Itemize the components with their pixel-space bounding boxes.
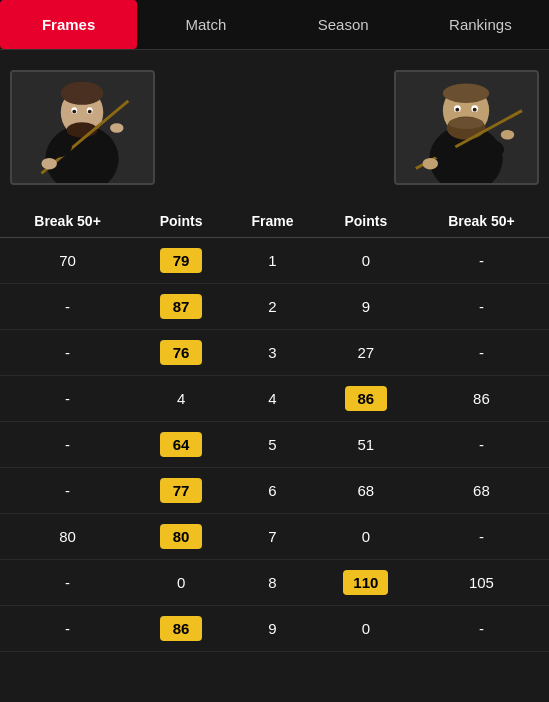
table-row: -64551-: [0, 422, 549, 468]
left-break-cell: -: [0, 606, 135, 652]
left-points-highlight: 79: [160, 248, 202, 273]
table-row: -76327-: [0, 330, 549, 376]
left-points-highlight: 80: [160, 524, 202, 549]
right-points-cell: 0: [318, 238, 414, 284]
svg-point-23: [449, 117, 484, 129]
svg-point-27: [423, 158, 438, 170]
right-points-cell: 9: [318, 284, 414, 330]
frame-number-cell: 1: [227, 238, 318, 284]
right-break-cell: 86: [414, 376, 549, 422]
right-break-cell: -: [414, 284, 549, 330]
col-right-break: Break 50+: [414, 205, 549, 238]
player-right-avatar: [394, 70, 539, 185]
right-points-cell: 110: [318, 560, 414, 606]
left-break-cell: -: [0, 422, 135, 468]
frame-number-cell: 2: [227, 284, 318, 330]
left-break-cell: -: [0, 284, 135, 330]
frame-number-cell: 4: [227, 376, 318, 422]
right-points-cell: 0: [318, 514, 414, 560]
left-points-highlight: 86: [160, 616, 202, 641]
col-right-points: Points: [318, 205, 414, 238]
right-points-highlight: 86: [345, 386, 387, 411]
left-points-cell: 77: [135, 468, 227, 514]
svg-point-13: [110, 123, 124, 133]
stats-table: Break 50+ Points Frame Points Break 50+ …: [0, 205, 549, 652]
right-break-cell: 68: [414, 468, 549, 514]
svg-point-20: [455, 108, 459, 112]
col-left-break: Break 50+: [0, 205, 135, 238]
left-points-cell: 79: [135, 238, 227, 284]
tab-match[interactable]: Match: [137, 0, 274, 49]
frame-number-cell: 6: [227, 468, 318, 514]
tab-rankings[interactable]: Rankings: [412, 0, 549, 49]
svg-point-3: [61, 82, 103, 105]
table-row: 808070-: [0, 514, 549, 560]
right-points-cell: 0: [318, 606, 414, 652]
svg-point-17: [443, 84, 489, 103]
left-break-cell: -: [0, 560, 135, 606]
nav-tabs: Frames Match Season Rankings: [0, 0, 549, 50]
left-points-cell: 87: [135, 284, 227, 330]
right-points-cell: 51: [318, 422, 414, 468]
left-points-cell: 64: [135, 422, 227, 468]
svg-point-12: [41, 158, 56, 170]
table-row: -448686: [0, 376, 549, 422]
left-points-highlight: 87: [160, 294, 202, 319]
right-break-cell: -: [414, 606, 549, 652]
table-row: 707910-: [0, 238, 549, 284]
left-points-cell: 80: [135, 514, 227, 560]
right-break-cell: -: [414, 422, 549, 468]
tab-season[interactable]: Season: [275, 0, 412, 49]
players-section: [0, 50, 549, 195]
left-break-cell: -: [0, 468, 135, 514]
right-points-cell: 68: [318, 468, 414, 514]
tab-frames[interactable]: Frames: [0, 0, 137, 49]
svg-point-28: [501, 130, 515, 140]
frame-number-cell: 5: [227, 422, 318, 468]
right-break-cell: 105: [414, 560, 549, 606]
left-break-cell: 70: [0, 238, 135, 284]
left-break-cell: -: [0, 330, 135, 376]
col-frame: Frame: [227, 205, 318, 238]
table-row: -08110105: [0, 560, 549, 606]
frame-number-cell: 7: [227, 514, 318, 560]
right-break-cell: -: [414, 514, 549, 560]
right-points-cell: 86: [318, 376, 414, 422]
frame-number-cell: 8: [227, 560, 318, 606]
right-points-cell: 27: [318, 330, 414, 376]
left-points-highlight: 76: [160, 340, 202, 365]
svg-point-6: [72, 110, 76, 114]
left-points-cell: 0: [135, 560, 227, 606]
left-break-cell: -: [0, 376, 135, 422]
frame-number-cell: 9: [227, 606, 318, 652]
col-left-points: Points: [135, 205, 227, 238]
table-row: -8729-: [0, 284, 549, 330]
left-points-highlight: 77: [160, 478, 202, 503]
right-points-highlight: 110: [343, 570, 388, 595]
left-points-cell: 4: [135, 376, 227, 422]
left-points-cell: 76: [135, 330, 227, 376]
left-break-cell: 80: [0, 514, 135, 560]
table-row: -8690-: [0, 606, 549, 652]
left-points-cell: 86: [135, 606, 227, 652]
right-break-cell: -: [414, 238, 549, 284]
svg-point-21: [473, 108, 477, 112]
table-row: -7766868: [0, 468, 549, 514]
left-points-highlight: 64: [160, 432, 202, 457]
frame-number-cell: 3: [227, 330, 318, 376]
right-break-cell: -: [414, 330, 549, 376]
svg-point-7: [88, 110, 92, 114]
player-left-avatar: [10, 70, 155, 185]
